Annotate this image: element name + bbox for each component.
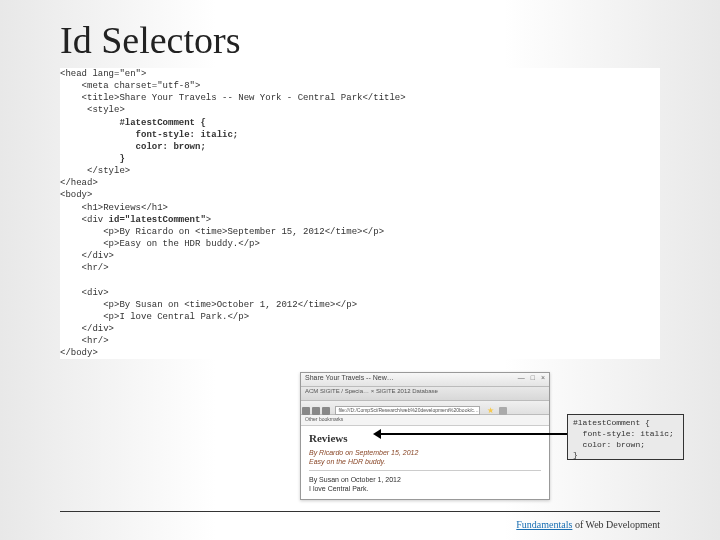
code-line: id="latestComment" [109,215,206,225]
browser-tab[interactable]: ACM SIGITE / Specia… [305,388,369,394]
code-line: <head lang="en"> [60,69,146,79]
arrow-line [377,433,567,435]
latest-comment: By Ricardo on September 15, 2012 Easy on… [309,448,541,466]
code-block: <head lang="en"> <meta charset="utf-8"> … [60,68,660,359]
forward-icon[interactable] [312,407,320,415]
slide-title: Id Selectors [0,0,720,68]
browser-content: Reviews By Ricardo on September 15, 2012… [301,426,549,497]
footer-link: Fundamentals [516,519,572,530]
code-line: <div> [60,288,109,298]
code-line: <div [60,215,109,225]
code-line: </div> [60,251,114,261]
browser-toolbar: file:///D:/CompSci/Research/web%20develo… [301,401,549,415]
bookmark-star-icon[interactable]: ★ [487,406,494,415]
code-line: <h1>Reviews</h1> [60,203,168,213]
footer-divider [60,511,660,512]
code-line: <meta charset="utf-8"> [60,81,200,91]
footer-rest: of Web Development [572,519,660,530]
browser-titlebar: Share Your Travels -- New… — □ × [301,373,549,387]
url-input[interactable]: file:///D:/CompSci/Research/web%20develo… [335,406,480,415]
arrow-head-icon [373,429,381,439]
bookmark-bar: Other bookmarks [301,415,549,426]
code-line: <style> [60,105,125,115]
code-line: color: brown; [60,142,206,152]
code-line: <body> [60,190,92,200]
divider [309,470,541,471]
normal-comment: By Susan on October 1, 2012 I love Centr… [309,475,541,493]
back-icon[interactable] [302,407,310,415]
code-line: font-style: italic; [60,130,238,140]
review-byline: By Ricardo on September 15, 2012 [309,448,541,457]
browser-window: Share Your Travels -- New… — □ × ACM SIG… [300,372,550,500]
reload-icon[interactable] [322,407,330,415]
code-line: </div> [60,324,114,334]
code-line: </head> [60,178,98,188]
window-title: Share Your Travels -- New… [305,374,394,381]
review-text: I love Central Park. [309,484,541,493]
code-line: } [60,154,125,164]
footer-text: Fundamentals of Web Development [516,519,660,530]
browser-tab-strip: ACM SIGITE / Specia… × SIGITE 2012 Datab… [301,387,549,401]
code-line: > [206,215,211,225]
code-line: </style> [60,166,130,176]
window-controls-icon: — □ × [518,374,547,381]
code-line: <p>I love Central Park.</p> [60,312,249,322]
code-line: </body> [60,348,98,358]
code-line: <p>Easy on the HDR buddy.</p> [60,239,260,249]
css-callout-box: #latestComment { font-style: italic; col… [567,414,684,460]
review-byline: By Susan on October 1, 2012 [309,475,541,484]
menu-icon[interactable] [499,407,507,415]
code-line: <hr/> [60,336,109,346]
code-line: <p>By Ricardo on <time>September 15, 201… [60,227,384,237]
review-text: Easy on the HDR buddy. [309,457,541,466]
code-line: <p>By Susan on <time>October 1, 2012</ti… [60,300,357,310]
browser-tab[interactable]: SIGITE 2012 Database [376,388,438,394]
bookmark-item[interactable]: Other bookmarks [305,416,343,422]
code-line: #latestComment { [60,118,206,128]
code-line: <hr/> [60,263,109,273]
code-line: <title>Share Your Travels -- New York - … [60,93,406,103]
